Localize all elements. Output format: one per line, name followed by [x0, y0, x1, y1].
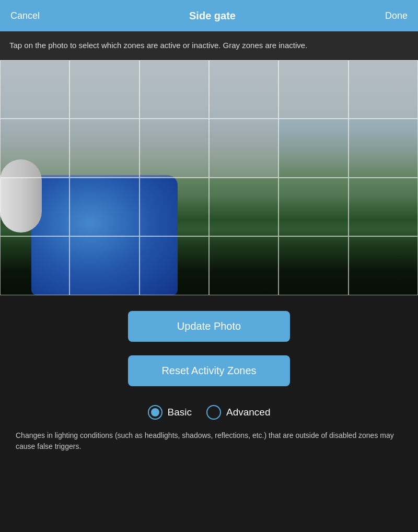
grid-cell[interactable]	[140, 178, 209, 237]
grid-cell[interactable]	[140, 119, 209, 178]
activity-zone-grid[interactable]	[0, 60, 418, 295]
basic-mode-option[interactable]: Basic	[148, 405, 192, 420]
disclaimer-text: Changes in lighting conditions (such as …	[10, 430, 408, 452]
advanced-mode-option[interactable]: Advanced	[206, 405, 271, 420]
advanced-radio-button[interactable]	[206, 405, 221, 420]
grid-cell[interactable]	[278, 119, 348, 178]
grid-cell[interactable]	[209, 178, 278, 237]
grid-cell[interactable]	[0, 60, 69, 119]
grid-cell[interactable]	[69, 236, 139, 295]
controls-section: Update Photo Reset Activity Zones Basic …	[0, 295, 418, 462]
update-photo-button[interactable]: Update Photo	[128, 311, 290, 342]
grid-cell[interactable]	[349, 60, 418, 119]
mode-selector-row: Basic Advanced	[148, 405, 271, 420]
grid-cell[interactable]	[209, 60, 278, 119]
grid-cell[interactable]	[278, 60, 348, 119]
header: Cancel Side gate Done	[0, 0, 418, 31]
grid-cell[interactable]	[278, 178, 348, 237]
basic-mode-label: Basic	[168, 407, 192, 418]
basic-radio-button[interactable]	[148, 405, 162, 420]
grid-cell[interactable]	[69, 119, 139, 178]
grid-cell[interactable]	[209, 236, 278, 295]
grid-cell[interactable]	[349, 236, 418, 295]
grid-cell[interactable]	[209, 119, 278, 178]
grid-cell[interactable]	[278, 236, 348, 295]
info-message: Tap on the photo to select which zones a…	[9, 41, 307, 50]
page-title: Side gate	[189, 10, 236, 22]
grid-cell[interactable]	[349, 178, 418, 237]
advanced-mode-label: Advanced	[226, 407, 271, 418]
grid-cell[interactable]	[349, 119, 418, 178]
camera-zone-area	[0, 60, 418, 295]
grid-cell[interactable]	[140, 236, 209, 295]
grid-cell[interactable]	[69, 60, 139, 119]
grid-cell[interactable]	[69, 178, 139, 237]
reset-activity-zones-button[interactable]: Reset Activity Zones	[128, 355, 290, 386]
grid-cell[interactable]	[0, 119, 69, 178]
info-bar: Tap on the photo to select which zones a…	[0, 31, 418, 60]
grid-cell[interactable]	[0, 178, 69, 237]
grid-cell[interactable]	[0, 236, 69, 295]
done-button[interactable]: Done	[385, 10, 408, 21]
cancel-button[interactable]: Cancel	[10, 10, 40, 21]
grid-cell[interactable]	[140, 60, 209, 119]
